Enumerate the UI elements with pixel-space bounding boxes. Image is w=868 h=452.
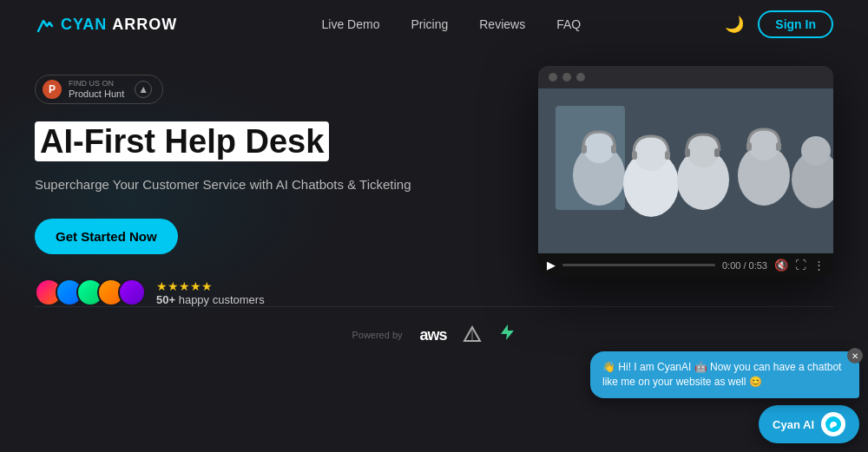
chat-widget: 👋 Hi! I am CyanAI 🤖 Now you can have a c… xyxy=(590,351,859,443)
window-dot-2 xyxy=(562,73,571,82)
powered-by-label: Powered by xyxy=(352,330,402,340)
avatar xyxy=(118,278,146,306)
hero-subtitle: Supercharge Your Customer Service with A… xyxy=(35,175,503,195)
chat-launcher-button[interactable]: Cyan AI xyxy=(759,405,859,443)
aws-logo: aws xyxy=(420,326,447,344)
video-scene-svg xyxy=(538,88,833,253)
nav-right: 🌙 Sign In xyxy=(725,10,833,38)
product-hunt-arrow-icon: ▲ xyxy=(135,81,152,98)
powered-by-section: Powered by aws xyxy=(0,307,868,357)
product-hunt-name: Product Hunt xyxy=(69,88,124,99)
play-button[interactable]: ▶ xyxy=(547,259,556,272)
happy-count: 50+ xyxy=(156,293,175,306)
star-rating: ★★★★★ xyxy=(156,279,265,293)
logo[interactable]: CYANARROW xyxy=(35,14,177,35)
hero-title: AI-First Help Desk xyxy=(35,123,503,161)
prisma-icon xyxy=(463,325,482,344)
product-hunt-text: FIND US ON Product Hunt xyxy=(69,80,124,99)
video-frame[interactable] xyxy=(538,88,833,253)
product-hunt-find-on: FIND US ON xyxy=(69,80,124,88)
navbar: CYANARROW Live Demo Pricing Reviews FAQ … xyxy=(0,0,868,49)
video-ctrl-icons: 🔇 ⛶ ⋮ xyxy=(774,259,825,272)
brand-logos: aws xyxy=(420,323,516,347)
video-topbar xyxy=(538,66,833,88)
nav-link-reviews[interactable]: Reviews xyxy=(479,17,525,31)
video-container: ▶ 0:00 / 0:53 🔇 ⛶ ⋮ xyxy=(538,66,833,277)
nav-link-live-demo[interactable]: Live Demo xyxy=(322,17,380,31)
social-proof: ★★★★★ 50+ happy customers xyxy=(35,278,503,306)
volume-icon[interactable]: 🔇 xyxy=(774,259,788,272)
fullscreen-icon[interactable]: ⛶ xyxy=(795,259,806,272)
video-scene xyxy=(538,88,833,253)
chat-bubble: 👋 Hi! I am CyanAI 🤖 Now you can have a c… xyxy=(590,351,859,398)
dark-mode-toggle[interactable]: 🌙 xyxy=(725,15,744,34)
chat-launcher-label: Cyan AI xyxy=(773,418,814,431)
chat-avatar-icon xyxy=(821,412,845,436)
nav-links: Live Demo Pricing Reviews FAQ xyxy=(322,17,582,31)
product-hunt-icon: P xyxy=(43,80,62,99)
hero-video: ▶ 0:00 / 0:53 🔇 ⛶ ⋮ xyxy=(538,66,833,277)
supabase-icon xyxy=(497,323,516,342)
nav-link-faq[interactable]: FAQ xyxy=(556,17,581,31)
happy-label: happy customers xyxy=(175,293,265,306)
hero-title-highlight: AI-First Help Desk xyxy=(35,121,329,161)
svg-rect-20 xyxy=(538,88,833,253)
nav-link-pricing[interactable]: Pricing xyxy=(411,17,448,31)
logo-arrow-icon xyxy=(35,14,56,35)
time-display: 0:00 / 0:53 xyxy=(722,260,767,271)
logo-text-cyan: CYAN xyxy=(61,16,107,34)
customer-avatars xyxy=(35,278,146,306)
hero-left: P FIND US ON Product Hunt ▲ AI-First Hel… xyxy=(35,66,503,306)
chat-bubble-wrapper: 👋 Hi! I am CyanAI 🤖 Now you can have a c… xyxy=(590,351,859,398)
get-started-button[interactable]: Get Started Now xyxy=(35,219,178,254)
logo-text-white: ARROW xyxy=(112,16,177,34)
window-dot-3 xyxy=(576,73,585,82)
aws-text: aws xyxy=(420,326,447,344)
prisma-logo xyxy=(463,325,482,344)
hero-section: P FIND US ON Product Hunt ▲ AI-First Hel… xyxy=(0,49,868,306)
product-hunt-badge[interactable]: P FIND US ON Product Hunt ▲ xyxy=(35,75,163,104)
more-icon[interactable]: ⋮ xyxy=(813,259,825,272)
video-controls[interactable]: ▶ 0:00 / 0:53 🔇 ⛶ ⋮ xyxy=(538,253,833,277)
supabase-logo xyxy=(497,323,516,347)
social-proof-text: ★★★★★ 50+ happy customers xyxy=(156,279,265,306)
sign-in-button[interactable]: Sign In xyxy=(758,10,833,38)
chat-close-button[interactable]: ✕ xyxy=(847,348,863,364)
progress-bar[interactable] xyxy=(562,264,715,266)
window-dot-1 xyxy=(549,73,557,82)
